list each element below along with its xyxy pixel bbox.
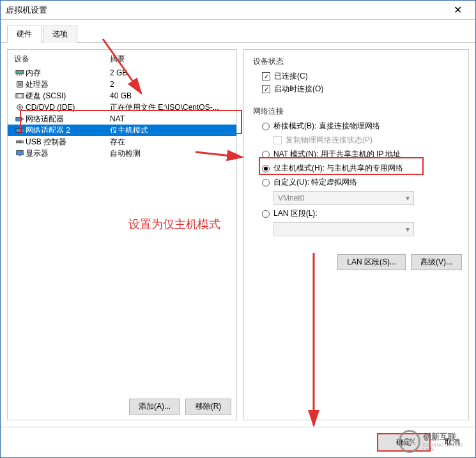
svg-rect-16 — [17, 151, 24, 155]
display-icon — [14, 149, 26, 157]
svg-point-7 — [18, 94, 21, 97]
col-summary: 摘要 — [110, 54, 125, 65]
cpu-icon — [14, 80, 26, 88]
radio-nat[interactable]: NAT 模式(N): 用于共享主机的 IP 地址 — [262, 149, 459, 160]
device-summary: 40 GB — [110, 91, 230, 100]
cd-icon — [14, 103, 26, 111]
svg-rect-15 — [21, 141, 24, 143]
device-summary: NAT — [110, 114, 230, 123]
device-row[interactable]: 硬盘 (SCSI)40 GB — [8, 90, 236, 102]
settings-pane: 设备状态 ✓ 已连接(C) ✓ 启动时连接(O) 网络连接 桥接模式(B): 直… — [243, 49, 469, 420]
device-summary: 仅主机模式 — [110, 125, 230, 136]
chk-replicate: 复制物理网络连接状态(P) — [273, 135, 459, 146]
device-status-group: 设备状态 ✓ 已连接(C) ✓ 启动时连接(O) — [253, 56, 459, 95]
radio-lanseg[interactable]: LAN 区段(L): — [262, 208, 459, 219]
window-title: 虚拟机设置 — [6, 4, 445, 16]
device-row[interactable]: 显示器自动检测 — [8, 148, 236, 159]
device-name: CD/DVD (IDE) — [26, 103, 110, 112]
radio-lanseg-label: LAN 区段(L): — [273, 208, 318, 219]
chk-connected-label: 已连接(C) — [274, 71, 308, 82]
radio-bridge[interactable]: 桥接模式(B): 直接连接物理网络 — [262, 121, 459, 132]
radio-icon — [262, 123, 270, 130]
footer: 确定 取消 — [1, 427, 475, 457]
left-buttons: 添加(A)... 移除(R) — [8, 393, 236, 420]
svg-rect-2 — [19, 74, 20, 76]
radio-icon — [262, 151, 270, 158]
device-summary: 正在使用文件 E:\ISO\CentOS-... — [110, 102, 230, 113]
checkbox-icon: ✓ — [262, 72, 270, 80]
chk-connected[interactable]: ✓ 已连接(C) — [262, 71, 459, 82]
device-row[interactable]: 网络适配器NAT — [8, 113, 236, 125]
lan-segments-button[interactable]: LAN 区段(S)... — [337, 254, 406, 270]
dropdown-lanseg — [273, 222, 414, 236]
radio-custom-label: 自定义(U): 特定虚拟网络 — [273, 177, 357, 188]
chk-connect-poweron[interactable]: ✓ 启动时连接(O) — [262, 84, 459, 95]
device-pane: 设备 摘要 内存2 GB处理器2硬盘 (SCSI)40 GBCD/DVD (ID… — [7, 49, 237, 420]
col-device: 设备 — [14, 54, 110, 65]
usb-icon — [14, 138, 26, 146]
device-summary: 2 GB — [110, 68, 230, 77]
right-buttons: LAN 区段(S)... 高级(V)... — [337, 254, 462, 270]
svg-rect-3 — [21, 74, 22, 76]
radio-hostonly[interactable]: 仅主机模式(H): 与主机共享的专用网络 — [262, 163, 459, 174]
device-row[interactable]: CD/DVD (IDE)正在使用文件 E:\ISO\CentOS-... — [8, 102, 236, 113]
advanced-button[interactable]: 高级(V)... — [411, 254, 462, 270]
svg-rect-10 — [16, 117, 22, 121]
checkbox-icon: ✓ — [262, 85, 270, 93]
tab-hardware[interactable]: 硬件 — [7, 26, 42, 43]
svg-rect-13 — [22, 130, 24, 132]
chk-poweron-label: 启动时连接(O) — [274, 84, 323, 95]
device-name: 硬盘 (SCSI) — [26, 91, 110, 102]
svg-rect-14 — [17, 141, 21, 143]
device-name: 网络适配器 — [26, 114, 110, 125]
radio-hostonly-label: 仅主机模式(H): 与主机共享的专用网络 — [273, 163, 403, 174]
nic-icon — [14, 126, 26, 134]
tab-strip: 硬件 选项 — [1, 20, 475, 43]
group-title-network: 网络连接 — [253, 106, 459, 117]
device-summary: 2 — [110, 80, 230, 89]
svg-rect-1 — [17, 74, 18, 76]
device-summary: 自动检测 — [110, 148, 230, 159]
vm-settings-window: 虚拟机设置 ✕ 硬件 选项 设备 摘要 内存2 GB处理器2硬盘 (SCSI)4… — [0, 0, 476, 458]
titlebar: 虚拟机设置 ✕ — [1, 1, 475, 20]
device-row[interactable]: 处理器2 — [8, 79, 236, 90]
device-header: 设备 摘要 — [8, 50, 236, 67]
device-name: 显示器 — [26, 148, 110, 159]
radio-icon — [262, 210, 270, 218]
device-row[interactable]: 网络适配器 2仅主机模式 — [8, 125, 236, 136]
annotation-note: 设置为仅主机模式 — [128, 217, 220, 232]
network-group: 网络连接 桥接模式(B): 直接连接物理网络 复制物理网络连接状态(P) NAT… — [253, 106, 459, 236]
memory-icon — [14, 69, 26, 77]
add-button[interactable]: 添加(A)... — [129, 399, 180, 415]
device-row[interactable]: 内存2 GB — [8, 67, 236, 79]
device-name: USB 控制器 — [26, 137, 110, 148]
remove-button[interactable]: 移除(R) — [185, 399, 231, 415]
device-summary: 存在 — [110, 137, 230, 148]
radio-custom[interactable]: 自定义(U): 特定虚拟网络 — [262, 177, 459, 188]
radio-icon — [262, 165, 270, 172]
cancel-button[interactable]: 取消 — [438, 434, 466, 450]
radio-icon — [262, 179, 270, 187]
svg-rect-12 — [16, 128, 22, 132]
device-name: 内存 — [26, 68, 110, 79]
device-row[interactable]: USB 控制器存在 — [8, 136, 236, 148]
svg-rect-11 — [22, 118, 24, 120]
svg-rect-17 — [19, 155, 21, 156]
dropdown-vmnet: VMnet0 — [273, 191, 414, 205]
group-title-status: 设备状态 — [253, 56, 459, 67]
ok-button[interactable]: 确定 — [377, 433, 431, 452]
radio-bridge-label: 桥接模式(B): 直接连接物理网络 — [273, 121, 380, 132]
svg-rect-0 — [16, 71, 24, 74]
disk-icon — [14, 92, 26, 100]
content-area: 设备 摘要 内存2 GB处理器2硬盘 (SCSI)40 GBCD/DVD (ID… — [1, 43, 475, 427]
device-name: 处理器 — [26, 79, 110, 90]
device-name: 网络适配器 2 — [26, 125, 110, 136]
svg-rect-5 — [18, 82, 21, 86]
svg-point-9 — [19, 107, 21, 109]
close-icon[interactable]: ✕ — [445, 1, 470, 19]
chk-replicate-label: 复制物理网络连接状态(P) — [286, 135, 372, 146]
nic-icon — [14, 115, 26, 123]
checkbox-icon — [273, 136, 282, 144]
tab-options[interactable]: 选项 — [43, 26, 77, 43]
radio-nat-label: NAT 模式(N): 用于共享主机的 IP 地址 — [273, 149, 401, 160]
